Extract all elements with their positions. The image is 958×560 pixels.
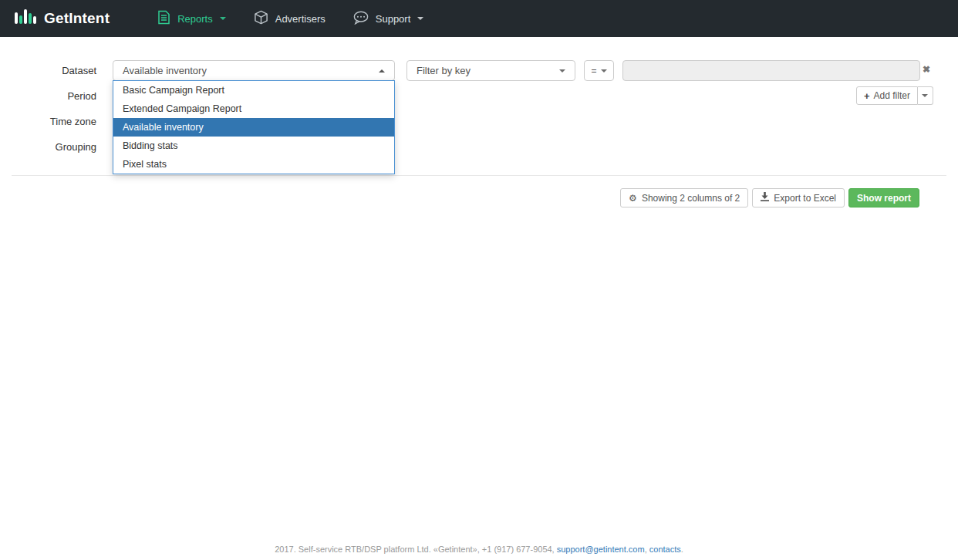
footer-email-link[interactable]: support@getintent.com [557,545,645,554]
dataset-select[interactable]: Available inventory [113,60,395,81]
filter-key-select-value: Filter by key [417,65,471,76]
remove-filter-icon[interactable]: ✖ [923,65,930,74]
footer-text: 2017. Self-service RTB/DSP platform Ltd.… [275,545,557,554]
filter-operator-value: = [591,66,596,76]
nav-item-reports[interactable]: Reports [157,10,226,27]
chevron-down-icon [559,69,565,73]
dropdown-option[interactable]: Basic Campaign Report [113,81,394,100]
chevron-up-icon [379,69,385,73]
dataset-label: Dataset [0,65,96,76]
add-filter-button[interactable]: + Add filter [856,86,918,105]
brand-name: GetIntent [44,10,110,27]
filter-value-input[interactable] [622,60,920,81]
report-document-icon [157,10,170,27]
columns-settings-button[interactable]: ⚙ Showing 2 columns of 2 [620,188,748,207]
footer-contacts-link[interactable]: contacts [649,545,681,554]
add-filter-dropdown-toggle[interactable] [918,86,933,105]
nav-items: Reports Advertisers [157,10,423,27]
cube-icon [254,10,268,27]
chat-bubble-icon [353,11,369,27]
dropdown-option[interactable]: Pixel stats [113,155,394,174]
filter-key-select[interactable]: Filter by key [406,60,575,81]
add-filter-split-button: + Add filter [856,86,933,105]
chevron-down-icon [417,17,423,20]
getintent-logo-icon [14,5,37,32]
chevron-down-icon [601,69,607,73]
dropdown-option-selected[interactable]: Available inventory [113,118,394,137]
dropdown-option[interactable]: Bidding stats [113,137,394,155]
footer-period: . [681,545,683,554]
dropdown-option[interactable]: Extended Campaign Report [113,100,394,118]
grouping-label: Grouping [0,141,96,153]
nav-item-support[interactable]: Support [353,11,424,27]
navbar: GetIntent Reports [0,0,958,37]
dataset-select-value: Available inventory [123,65,207,76]
nav-item-advertisers[interactable]: Advertisers [254,10,326,27]
add-filter-label: Add filter [874,90,910,101]
show-report-label: Show report [857,193,911,204]
export-excel-label: Export to Excel [774,193,836,204]
download-icon [761,192,769,204]
chevron-down-icon [922,94,928,97]
show-report-button[interactable]: Show report [848,188,919,207]
timezone-label: Time zone [0,116,96,127]
plus-icon: + [864,90,870,102]
dataset-dropdown-menu: Basic Campaign Report Extended Campaign … [113,80,395,174]
footer: 2017. Self-service RTB/DSP platform Ltd.… [0,545,958,554]
brand-logo[interactable]: GetIntent [0,5,110,32]
section-divider [12,175,946,176]
nav-reports-label: Reports [177,13,213,25]
period-label: Period [0,90,96,102]
nav-advertisers-label: Advertisers [275,13,326,25]
report-actions: ⚙ Showing 2 columns of 2 Export to Excel… [620,188,919,207]
columns-settings-label: Showing 2 columns of 2 [642,193,740,204]
nav-support-label: Support [376,13,411,25]
gear-icon: ⚙ [629,194,637,203]
export-excel-button[interactable]: Export to Excel [752,188,845,207]
chevron-down-icon [220,17,226,20]
filter-operator-select[interactable]: = [584,60,614,81]
